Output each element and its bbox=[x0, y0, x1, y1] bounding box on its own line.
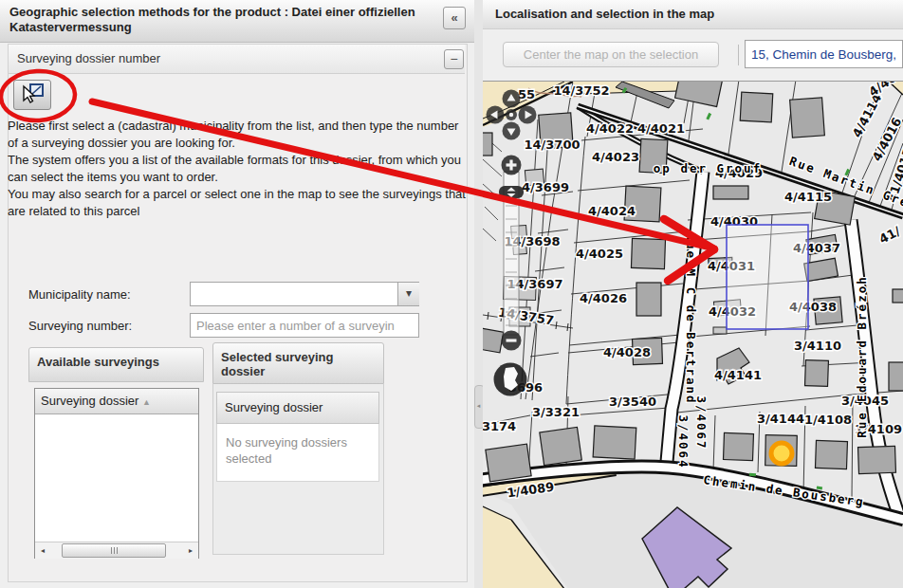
parcel-label: 4/4141 bbox=[714, 368, 762, 382]
page-title: Geographic selection methods for the pro… bbox=[9, 5, 427, 35]
selected-column-header: Surveying dossier bbox=[216, 392, 379, 424]
instructions-text: Please first select a (cadastral) munici… bbox=[8, 118, 470, 220]
municipality-label: Municipality name: bbox=[28, 287, 131, 302]
horizontal-scrollbar[interactable]: ◂ ▸ bbox=[35, 542, 198, 559]
scrollbar-thumb[interactable] bbox=[62, 543, 166, 558]
parcel-label: 4/4115 bbox=[784, 190, 832, 204]
municipality-dropdown-button[interactable]: ▾ bbox=[397, 283, 419, 305]
collapse-left-icon: « bbox=[451, 10, 457, 25]
parcel-label: 3/3540 bbox=[609, 395, 656, 409]
street-label: 3/4067 bbox=[694, 395, 709, 450]
parcel-label: 4/4024 bbox=[588, 204, 636, 218]
parcel-label: 3174 bbox=[483, 419, 516, 433]
selection-methods-panel: Geographic selection methods for the pro… bbox=[0, 0, 475, 588]
parcel-label: 14/3700 bbox=[524, 138, 580, 152]
sort-ascending-icon: ▲ bbox=[142, 397, 151, 407]
street-label: op der Grouf bbox=[654, 161, 762, 175]
parcel-selection-rectangle[interactable] bbox=[727, 225, 808, 329]
select-in-map-icon bbox=[14, 81, 48, 107]
parcel-label: 4/4022 bbox=[586, 121, 634, 136]
selected-empty-message: No surveying dossiers selected bbox=[226, 434, 368, 467]
center-map-button[interactable]: Center the map on the selection bbox=[503, 42, 719, 67]
zoom-out-button[interactable] bbox=[502, 331, 522, 351]
scroll-left-icon: ◂ bbox=[41, 546, 45, 555]
zoom-in-button[interactable] bbox=[502, 156, 522, 175]
parcel-label: 4/4028 bbox=[603, 345, 651, 359]
parcel-label: 4/4026 bbox=[580, 291, 627, 305]
parcel-label: 4/4025 bbox=[576, 247, 623, 261]
address-marker bbox=[771, 443, 792, 464]
collapse-panel-button[interactable]: « bbox=[443, 7, 466, 29]
parcel-label: 4/4023 bbox=[592, 150, 639, 164]
splitter-collapse-icon: ◂ bbox=[474, 402, 483, 410]
parcel-label: 4/4021 bbox=[637, 121, 685, 136]
parcel-label: 55 bbox=[518, 87, 535, 101]
surveying-number-input[interactable] bbox=[190, 313, 419, 338]
minus-icon: − bbox=[450, 51, 457, 66]
available-column-header[interactable]: Surveying dossier ▲ bbox=[35, 389, 198, 414]
parcel-label: 3/4144 bbox=[757, 412, 804, 426]
available-surveyings-header: Available surveyings bbox=[28, 347, 204, 382]
zoom-slider-handle[interactable] bbox=[499, 186, 524, 198]
surveying-number-label: Surveying number: bbox=[28, 319, 132, 333]
parcel-label: 3/4110 bbox=[794, 339, 841, 353]
cadastral-map[interactable]: 14/37525514/37004/40224/40214/40234/3699… bbox=[483, 81, 903, 588]
overview-luxembourg-button[interactable] bbox=[494, 363, 527, 396]
section-title: Surveying dossier number bbox=[17, 51, 160, 65]
section-collapse-button[interactable]: − bbox=[444, 49, 464, 69]
municipality-combobox[interactable] bbox=[190, 282, 419, 306]
chevron-down-icon: ▾ bbox=[406, 286, 412, 300]
selected-dossier-header: Selected surveying dossier bbox=[212, 342, 384, 384]
map-panel-title: Localisation and selection in the map bbox=[495, 7, 714, 21]
application-window: Geographic selection methods for the pro… bbox=[0, 0, 903, 588]
parcel-label: 4/3699 bbox=[522, 180, 569, 194]
street-label: 3/4064 bbox=[676, 414, 691, 469]
scroll-right-icon: ▸ bbox=[189, 546, 193, 555]
scroll-left-button[interactable]: ◂ bbox=[35, 543, 50, 558]
address-search-input[interactable] bbox=[745, 40, 903, 68]
select-in-map-button[interactable] bbox=[13, 80, 51, 110]
parcel-label: 14/3752 bbox=[553, 83, 609, 98]
street-label: Rue Edouard Brézoh bbox=[855, 275, 869, 437]
street-label: Rue M C de Bertrand bbox=[684, 233, 698, 405]
parcel-label: 3/3321 bbox=[532, 405, 580, 419]
scroll-right-button[interactable]: ▸ bbox=[183, 543, 198, 558]
parcel-label: 1/4108 bbox=[804, 413, 852, 427]
toolbar-separator bbox=[738, 45, 739, 65]
